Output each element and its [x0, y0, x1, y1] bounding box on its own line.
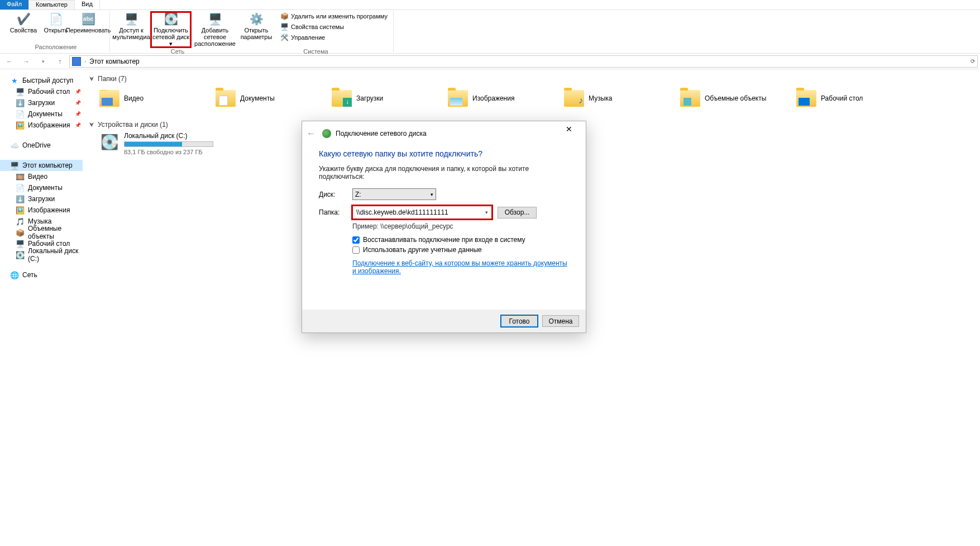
sidebar-desktop[interactable]: 🖥️ Рабочий стол 📌	[0, 86, 83, 97]
label: Управление	[291, 34, 325, 41]
manage-button[interactable]: 🛠️ Управление	[278, 32, 390, 42]
label: Быстрый доступ	[22, 77, 73, 84]
folder-path-input[interactable]	[354, 208, 482, 216]
folder-icon: ♪	[564, 88, 584, 108]
forward-button[interactable]: →	[19, 55, 34, 68]
system-icon: 🖥️	[280, 22, 289, 31]
label: Свойства	[10, 27, 37, 34]
music-icon: 🎵	[16, 217, 25, 226]
other-credentials-checkbox-row[interactable]: Использовать другие учетные данные	[352, 246, 569, 254]
folder-path-label: Папка:	[319, 208, 352, 216]
connect-website-link[interactable]: Подключение к веб-сайту, на котором вы м…	[352, 259, 569, 275]
sidebar-this-pc[interactable]: 🖥️ Этот компьютер	[0, 160, 83, 171]
label: Локальный диск (C:)	[28, 247, 80, 263]
chevron-down-icon: ⮟	[89, 76, 94, 82]
rename-button[interactable]: 🔤 Переименовать	[70, 11, 106, 35]
reconnect-checkbox-row[interactable]: Восстанавливать подключение при входе в …	[352, 236, 569, 244]
system-properties-button[interactable]: 🖥️ Свойства системы	[278, 22, 390, 32]
folder-downloads[interactable]: ↓ Загрузки	[332, 86, 432, 111]
sidebar-downloads[interactable]: ⬇️ Загрузки 📌	[0, 97, 83, 108]
sidebar-videos[interactable]: 🎞️ Видео	[0, 171, 83, 182]
folder-3dobjects[interactable]: Объемные объекты	[680, 86, 781, 111]
label: Рабочий стол	[821, 94, 863, 102]
label: Подключение к веб-сайту, на котором вы м…	[352, 259, 567, 275]
open-settings-button[interactable]: ⚙️ Открыть параметры	[238, 11, 274, 41]
folder-icon	[796, 88, 816, 108]
close-button[interactable]: ✕	[557, 121, 581, 137]
label: Удалить или изменить программу	[291, 13, 388, 20]
browse-button[interactable]: Обзор...	[498, 207, 537, 219]
folder-music[interactable]: ♪ Музыка	[564, 86, 665, 111]
chevron-down-icon: ▾	[431, 192, 433, 197]
media-access-button[interactable]: 🖥️ Доступ к мультимедиа	[113, 11, 149, 41]
label: Объемные объекты	[28, 225, 80, 240]
folders-header[interactable]: ⮟ Папки (7)	[89, 75, 973, 83]
sidebar-network[interactable]: 🌐 Сеть	[0, 269, 83, 281]
recent-button[interactable]: ▾	[36, 55, 50, 68]
pin-icon: 📌	[75, 100, 80, 106]
tab-view[interactable]: Вид	[75, 0, 100, 10]
pc-icon: 🖥️	[10, 161, 19, 170]
refresh-icon[interactable]: ⟳	[971, 58, 975, 64]
label: Открыть параметры	[240, 27, 273, 40]
sidebar-pictures-pc[interactable]: 🖼️ Изображения	[0, 205, 83, 216]
add-network-location-button[interactable]: 🖥️ Добавить сетевое расположение	[193, 11, 237, 48]
label: Документы	[240, 94, 275, 102]
chevron-down-icon[interactable]: ▾	[482, 210, 490, 215]
sidebar-c-drive[interactable]: 💽 Локальный диск (C:)	[0, 249, 83, 260]
sidebar-documents-pc[interactable]: 📄 Документы	[0, 182, 83, 193]
cancel-button[interactable]: Отмена	[542, 315, 579, 327]
folder-desktop[interactable]: Рабочий стол	[796, 86, 897, 111]
address-bar[interactable]: › Этот компьютер ⟳	[69, 55, 978, 68]
tab-file[interactable]: Файл	[0, 0, 29, 10]
sidebar-pictures[interactable]: 🖼️ Изображения 📌	[0, 120, 83, 131]
label: Рабочий стол	[28, 240, 70, 248]
uninstall-program-button[interactable]: 📦 Удалить или изменить программу	[278, 11, 390, 21]
label: Загрузки	[356, 94, 383, 102]
drive-icon: 💽	[99, 132, 119, 152]
up-button[interactable]: ↑	[52, 55, 67, 68]
folder-icon	[448, 88, 468, 108]
finish-button[interactable]: Готово	[501, 315, 538, 327]
other-credentials-checkbox[interactable]	[352, 246, 360, 254]
label: Этот компьютер	[22, 162, 73, 169]
pin-icon: 📌	[75, 122, 80, 128]
pictures-icon: 🖼️	[16, 206, 25, 215]
sidebar-3dobjects[interactable]: 📦 Объемные объекты	[0, 227, 83, 238]
back-icon[interactable]: ←	[307, 129, 318, 139]
back-button[interactable]: ←	[2, 55, 17, 68]
cube-icon: 📦	[16, 228, 25, 237]
properties-button[interactable]: ✔️ Свойства	[6, 11, 41, 35]
map-network-drive-button[interactable]: 💽 Подключить сетевой диск ▾	[150, 11, 192, 48]
sidebar-documents[interactable]: 📄 Документы 📌	[0, 108, 83, 120]
folder-documents[interactable]: Документы	[216, 86, 316, 111]
folder-videos[interactable]: Видео	[99, 86, 200, 111]
group-label: Расположение	[6, 44, 106, 52]
rename-icon: 🔤	[79, 12, 97, 26]
folder-path-input-wrap: ▾	[352, 206, 492, 219]
media-icon: 🖥️	[122, 12, 140, 26]
network-drive-icon	[322, 129, 331, 138]
sidebar-downloads-pc[interactable]: ⬇️ Загрузки	[0, 193, 83, 205]
label: Изображения	[28, 206, 70, 214]
folder-pictures[interactable]: Изображения	[448, 86, 548, 111]
dialog-instruction: Укажите букву диска для подключения и па…	[319, 165, 569, 181]
drive-c[interactable]: 💽 Локальный диск (C:) 83,1 ГБ свободно и…	[99, 132, 222, 155]
navigation-bar: ← → ▾ ↑ › Этот компьютер ⟳	[0, 54, 980, 69]
reconnect-checkbox[interactable]	[352, 236, 360, 244]
drive-letter-label: Диск:	[319, 191, 352, 198]
pictures-icon: 🖼️	[16, 121, 25, 130]
drive-free-text: 83,1 ГБ свободно из 237 ГБ	[124, 149, 222, 155]
drive-letter-select[interactable]: Z: ▾	[352, 188, 436, 200]
sidebar-onedrive[interactable]: ☁️ OneDrive	[0, 140, 83, 151]
thispc-icon	[72, 57, 81, 66]
drive-usage-bar	[124, 141, 213, 147]
label: Видео	[28, 173, 47, 181]
label: OneDrive	[22, 141, 51, 149]
sidebar-quick-access[interactable]: ★ Быстрый доступ	[0, 75, 83, 86]
dialog-footer: Готово Отмена	[302, 310, 586, 333]
tab-computer[interactable]: Компьютер	[29, 0, 75, 10]
pin-icon: 📌	[75, 89, 80, 94]
drive-icon: 💽	[162, 12, 180, 26]
folder-icon: ↓	[332, 88, 352, 108]
